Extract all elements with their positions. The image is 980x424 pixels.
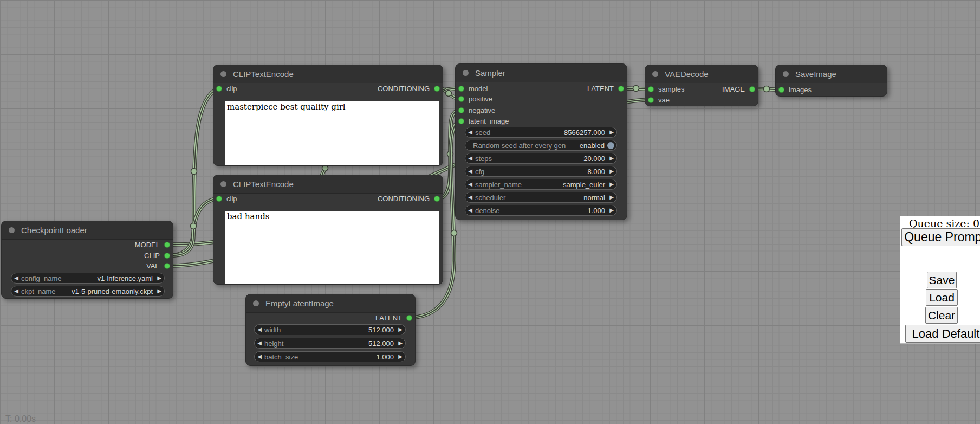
decrement-arrow-icon[interactable]: ◀ (465, 166, 475, 176)
positive-prompt-textarea[interactable]: masterpiece best quality girl (225, 101, 439, 165)
link-midpoint-dot-icon[interactable] (191, 223, 197, 229)
widget-ckpt-name[interactable]: ◀ ckpt_name v1-5-pruned-emaonly.ckpt ▶ (11, 286, 165, 297)
widget-width[interactable]: ◀ width 512.000 ▶ (254, 324, 406, 335)
link-midpoint-dot-icon[interactable] (191, 169, 197, 175)
input-port-icon[interactable] (648, 97, 654, 103)
collapse-dot-icon[interactable] (220, 181, 226, 187)
widget-value: normal (505, 194, 605, 202)
node-empty-latent-image[interactable]: EmptyLatentImage LATENT ◀ width 512.000 … (245, 294, 416, 366)
increment-arrow-icon[interactable]: ▶ (607, 192, 616, 202)
collapse-dot-icon[interactable] (463, 70, 469, 76)
node-clip-text-encode-positive[interactable]: CLIPTextEncode clip CONDITIONING masterp… (213, 65, 443, 166)
node-header[interactable]: Sampler (456, 64, 627, 82)
output-label: VAE (146, 262, 160, 270)
decrement-arrow-icon[interactable]: ◀ (255, 352, 264, 362)
input-port-icon[interactable] (458, 96, 464, 102)
increment-arrow-icon[interactable]: ▶ (607, 205, 616, 215)
graph-canvas[interactable]: { "status": { "timer": "T: 0.00s" }, "co… (0, 0, 980, 424)
collapse-dot-icon[interactable] (9, 227, 15, 233)
node-clip-text-encode-negative[interactable]: CLIPTextEncode clip CONDITIONING bad han… (213, 175, 443, 285)
decrement-arrow-icon[interactable]: ◀ (11, 273, 21, 283)
increment-arrow-icon[interactable]: ▶ (154, 273, 164, 283)
node-save-image[interactable]: SaveImage images (775, 65, 887, 97)
node-checkpoint-loader[interactable]: CheckpointLoader MODEL CLIP VAE ◀ config… (1, 221, 173, 299)
output-conditioning: CONDITIONING (378, 84, 443, 94)
increment-arrow-icon[interactable]: ▶ (607, 127, 616, 137)
widget-label: config_name (21, 274, 61, 282)
increment-arrow-icon[interactable]: ▶ (607, 153, 616, 163)
node-header[interactable]: EmptyLatentImage (246, 294, 415, 313)
queue-prompt-button[interactable]: Queue Prompt (901, 228, 980, 246)
decrement-arrow-icon[interactable]: ◀ (465, 205, 475, 215)
output-port-icon[interactable] (434, 86, 440, 92)
widget-scheduler[interactable]: ◀ scheduler normal ▶ (465, 192, 617, 203)
input-port-icon[interactable] (216, 86, 222, 92)
widget-denoise[interactable]: ◀ denoise 1.000 ▶ (465, 205, 617, 216)
increment-arrow-icon[interactable]: ▶ (395, 325, 405, 335)
node-vae-decode[interactable]: VAEDecode samples vae IMAGE (645, 65, 758, 106)
collapse-dot-icon[interactable] (220, 71, 226, 77)
decrement-arrow-icon[interactable]: ◀ (465, 127, 475, 137)
output-port-icon[interactable] (164, 253, 170, 259)
output-port-icon[interactable] (164, 242, 170, 248)
input-port-icon[interactable] (216, 196, 222, 202)
increment-arrow-icon[interactable]: ▶ (395, 338, 405, 348)
widget-random-seed-toggle[interactable]: Random seed after every gen enabled (465, 140, 617, 151)
node-title: Sampler (475, 68, 505, 78)
link-midpoint-dot-icon[interactable] (764, 86, 770, 92)
input-port-icon[interactable] (778, 87, 784, 93)
increment-arrow-icon[interactable]: ▶ (607, 166, 616, 176)
widget-steps[interactable]: ◀ steps 20.000 ▶ (465, 153, 617, 164)
widget-batch-size[interactable]: ◀ batch_size 1.000 ▶ (254, 351, 406, 362)
clear-button[interactable]: Clear (925, 307, 958, 324)
negative-prompt-textarea[interactable]: bad hands (225, 211, 439, 284)
increment-arrow-icon[interactable]: ▶ (154, 286, 164, 296)
load-default-button[interactable]: Load Default (905, 325, 980, 343)
increment-arrow-icon[interactable]: ▶ (607, 179, 616, 189)
output-port-icon[interactable] (749, 86, 755, 92)
node-header[interactable]: CLIPTextEncode (213, 175, 443, 194)
output-port-icon[interactable] (434, 196, 440, 202)
node-sampler[interactable]: Sampler model positive negative latent_i… (455, 63, 627, 220)
input-port-icon[interactable] (648, 86, 654, 92)
decrement-arrow-icon[interactable]: ◀ (465, 153, 475, 163)
decrement-arrow-icon[interactable]: ◀ (465, 179, 475, 189)
save-button[interactable]: Save (927, 272, 957, 288)
link-midpoint-dot-icon[interactable] (446, 91, 452, 97)
link-midpoint-dot-icon[interactable] (633, 86, 639, 92)
output-latent: LATENT (375, 313, 415, 323)
load-button[interactable]: Load (926, 289, 958, 306)
output-label: IMAGE (722, 85, 745, 93)
node-title: SaveImage (795, 69, 836, 79)
input-port-icon[interactable] (458, 107, 464, 113)
widget-label: sampler_name (475, 181, 522, 189)
collapse-dot-icon[interactable] (652, 71, 658, 77)
output-port-icon[interactable] (164, 263, 170, 269)
node-header[interactable]: SaveImage (776, 65, 887, 83)
widget-sampler-name[interactable]: ◀ sampler_name sample_euler ▶ (465, 179, 617, 190)
widget-height[interactable]: ◀ height 512.000 ▶ (254, 338, 406, 349)
input-port-icon[interactable] (458, 86, 464, 92)
input-port-icon[interactable] (458, 118, 464, 124)
decrement-arrow-icon[interactable]: ◀ (255, 338, 264, 348)
widget-cfg[interactable]: ◀ cfg 8.000 ▶ (465, 166, 617, 177)
link-midpoint-dot-icon[interactable] (451, 230, 457, 236)
widget-seed[interactable]: ◀ seed 8566257.000 ▶ (465, 127, 617, 138)
node-header[interactable]: VAEDecode (645, 65, 758, 83)
collapse-dot-icon[interactable] (253, 300, 259, 306)
collapse-dot-icon[interactable] (783, 71, 789, 77)
output-port-icon[interactable] (406, 315, 412, 321)
decrement-arrow-icon[interactable]: ◀ (465, 192, 475, 202)
link-midpoint-dot-icon[interactable] (322, 165, 328, 171)
decrement-arrow-icon[interactable]: ◀ (11, 286, 21, 296)
output-label: LATENT (375, 314, 402, 322)
increment-arrow-icon[interactable]: ▶ (395, 352, 405, 362)
decrement-arrow-icon[interactable]: ◀ (255, 325, 264, 335)
toggle-circle-icon[interactable] (607, 142, 614, 149)
node-header[interactable]: CLIPTextEncode (213, 65, 443, 83)
output-port-icon[interactable] (618, 86, 624, 92)
input-images: images (776, 85, 812, 95)
widget-value: 1.000 (500, 207, 605, 215)
widget-config-name[interactable]: ◀ config_name v1-inference.yaml ▶ (11, 273, 165, 284)
node-header[interactable]: CheckpointLoader (2, 221, 173, 240)
